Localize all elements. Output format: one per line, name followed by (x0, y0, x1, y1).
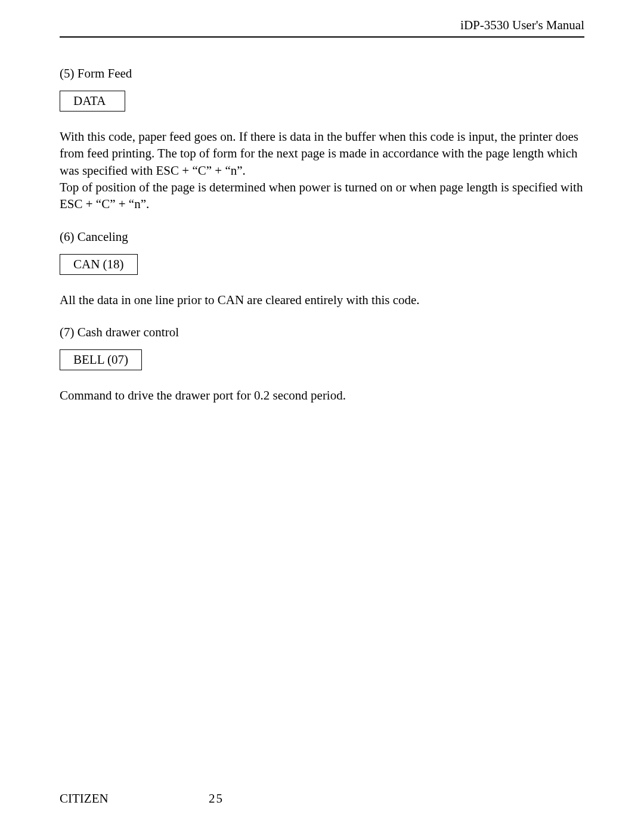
code-label-data: DATA (73, 94, 106, 108)
paragraph-5-2: Top of position of the page is determine… (60, 179, 584, 213)
section-canceling: (6) Canceling CAN (18) All the data in o… (60, 230, 584, 308)
section-form-feed: (5) Form Feed DATA With this code, paper… (60, 66, 584, 213)
page-footer: CITIZEN 25 (60, 791, 584, 806)
section-cash-drawer: (7) Cash drawer control BELL (07) Comman… (60, 325, 584, 404)
code-box-can: CAN (18) (60, 254, 138, 275)
code-box-bell: BELL (07) (60, 349, 142, 370)
section-title-7: (7) Cash drawer control (60, 325, 584, 340)
header-title: iDP-3530 User's Manual (460, 18, 584, 32)
code-label-can: CAN (18) (73, 257, 124, 271)
code-label-bell: BELL (07) (73, 352, 128, 367)
code-box-data: DATA (60, 91, 125, 112)
section-title-6: (6) Canceling (60, 230, 584, 244)
section-title-5: (5) Form Feed (60, 66, 584, 81)
page-container: iDP-3530 User's Manual (5) Form Feed DAT… (0, 0, 644, 404)
paragraph-5-1: With this code, paper feed goes on. If t… (60, 128, 584, 179)
paragraph-6-1: All the data in one line prior to CAN ar… (60, 292, 584, 308)
page-header: iDP-3530 User's Manual (60, 18, 584, 38)
footer-brand: CITIZEN (60, 791, 209, 806)
page-content: (5) Form Feed DATA With this code, paper… (60, 66, 584, 404)
paragraph-7-1: Command to drive the drawer port for 0.2… (60, 387, 584, 404)
footer-page-number: 25 (209, 791, 224, 806)
